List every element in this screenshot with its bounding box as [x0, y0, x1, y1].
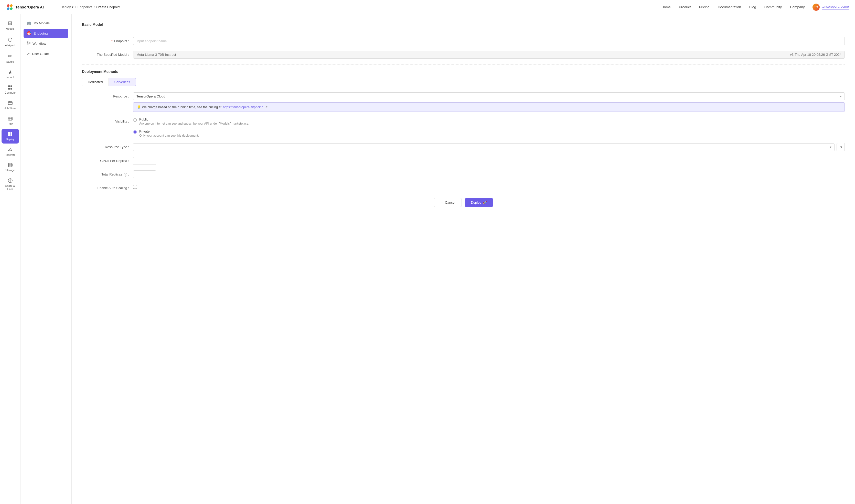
sidebar-label-studio: Studio	[6, 60, 14, 64]
refresh-button[interactable]: ↻	[837, 143, 845, 151]
studio-icon: ✏	[8, 53, 12, 59]
sidebar-label-ai-agent: AI Agent	[5, 44, 15, 47]
visibility-public-sublabel: Anyone on internet can see and subscribe…	[139, 122, 249, 125]
logo-icon	[6, 4, 13, 11]
deployment-methods-title: Deployment Methods	[82, 70, 845, 74]
total-replicas-row: Total Replicas ? :	[82, 170, 845, 178]
svg-rect-10	[8, 132, 10, 134]
svg-rect-13	[11, 134, 12, 136]
main-content: Basic Model * Endpoint : The Specified M…	[72, 14, 855, 504]
user-name: tensoropera-demo	[822, 5, 849, 10]
sidebar-label-federate: Federate	[5, 153, 15, 157]
sidebar-label-share-earn: Share & Earn	[4, 184, 17, 191]
deploy-rocket-icon: 🚀	[483, 201, 487, 204]
endpoint-input-wrapper	[133, 37, 845, 45]
sec-sidebar-workflow-label: Workflow	[33, 42, 46, 46]
endpoint-input[interactable]	[133, 37, 845, 45]
pricing-link[interactable]: https://tensoropera.ai/pricing	[223, 105, 263, 109]
visibility-label: Visibility :	[82, 118, 133, 123]
breadcrumb-deploy[interactable]: Deploy ▾	[60, 5, 73, 9]
nav-links: Home Product Pricing Documentation Blog …	[658, 3, 808, 11]
breadcrumb-endpoints[interactable]: Endpoints	[77, 5, 92, 9]
svg-rect-20	[27, 44, 28, 45]
svg-rect-11	[11, 132, 12, 134]
share-earn-icon	[8, 178, 13, 183]
user-menu[interactable]: TO tensoropera-demo	[813, 4, 849, 11]
resource-type-select[interactable]	[133, 143, 835, 151]
nav-product[interactable]: Product	[675, 3, 695, 11]
sidebar-item-models[interactable]: ⊞ Models	[2, 17, 19, 33]
tab-dedicated[interactable]: Dedicated	[82, 78, 109, 86]
sec-sidebar-user-guide[interactable]: ↗ User Guide	[23, 49, 68, 58]
tab-serverless[interactable]: Serverless	[109, 78, 136, 86]
sidebar-item-ai-agent[interactable]: ⬡ AI Agent	[2, 34, 19, 50]
sidebar-label-deploy: Deploy	[6, 138, 14, 141]
deploy-button[interactable]: Deploy 🚀	[465, 198, 493, 207]
sidebar-item-studio[interactable]: ✏ Studio	[2, 50, 19, 66]
sidebar-item-federate[interactable]: Federate	[2, 145, 19, 159]
resource-select[interactable]: TensorOpera Cloud	[133, 92, 845, 100]
svg-rect-5	[11, 86, 12, 87]
sec-sidebar-my-models[interactable]: 🤖 My Models	[23, 18, 68, 28]
resource-type-label: Resource Type :	[82, 143, 133, 149]
primary-sidebar: ⊞ Models ⬡ AI Agent ✏ Studio Launch Comp…	[0, 14, 20, 504]
svg-rect-4	[8, 86, 10, 87]
svg-point-2	[7, 7, 10, 10]
user-guide-icon: ↗	[27, 51, 30, 56]
cancel-button[interactable]: ← Cancel	[434, 198, 461, 207]
gpus-per-replica-label: GPUs Per Replica :	[82, 157, 133, 163]
svg-point-14	[10, 148, 11, 149]
sidebar-label-job-store: Job Store	[4, 107, 16, 110]
gpus-per-replica-input[interactable]	[133, 157, 156, 165]
visibility-private-radio[interactable]	[133, 130, 137, 134]
sidebar-item-deploy[interactable]: Deploy	[2, 129, 19, 144]
svg-rect-21	[29, 42, 30, 43]
endpoints-icon: 🎯	[27, 31, 32, 36]
breadcrumb-current: Create Endpoint	[96, 5, 120, 9]
sidebar-label-storage: Storage	[5, 168, 15, 172]
nav-pricing[interactable]: Pricing	[696, 3, 713, 11]
launch-icon	[8, 70, 13, 75]
deployment-tabs: Dedicated Serverless	[82, 78, 845, 86]
sidebar-item-storage[interactable]: Storage	[2, 160, 19, 175]
resource-control: TensorOpera Cloud ▼ 💡 We charge based on…	[133, 92, 845, 112]
pricing-info-box: 💡 We charge based on the running time, s…	[133, 102, 845, 112]
section-divider-top	[82, 32, 845, 32]
logo-text: TensorOpera AI	[15, 5, 44, 9]
main-layout: ⊞ Models ⬡ AI Agent ✏ Studio Launch Comp…	[0, 14, 855, 504]
logo[interactable]: TensorOpera AI	[6, 4, 52, 11]
sidebar-item-launch[interactable]: Launch	[2, 67, 19, 82]
storage-icon	[8, 162, 13, 167]
nav-blog[interactable]: Blog	[746, 3, 760, 11]
ai-agent-icon: ⬡	[8, 37, 12, 43]
models-icon: ⊞	[8, 20, 12, 26]
federate-icon	[8, 147, 13, 152]
resource-label: Resource :	[82, 92, 133, 98]
sidebar-item-job-store[interactable]: Job Store	[2, 98, 19, 112]
nav-home[interactable]: Home	[658, 3, 674, 11]
sidebar-label-models: Models	[6, 27, 15, 31]
nav-company[interactable]: Company	[786, 3, 808, 11]
nav-documentation[interactable]: Documentation	[714, 3, 745, 11]
svg-rect-19	[27, 41, 28, 42]
sec-sidebar-endpoints[interactable]: 🎯 Endpoints	[23, 29, 68, 38]
resource-type-row: Resource Type : ▼ ↻	[82, 143, 845, 151]
sidebar-label-train: Train	[7, 122, 13, 126]
total-replicas-input[interactable]	[133, 170, 156, 178]
workflow-icon	[27, 41, 31, 46]
auto-scaling-label: Enable Auto Scaling :	[82, 184, 133, 190]
resource-row: Resource : TensorOpera Cloud ▼ 💡 We char…	[82, 92, 845, 112]
total-replicas-help-icon: ?	[124, 173, 127, 177]
nav-community[interactable]: Community	[761, 3, 785, 11]
visibility-private-option: Private Only your account can see this d…	[133, 129, 845, 138]
sidebar-item-compute[interactable]: Compute	[2, 83, 19, 97]
auto-scaling-checkbox[interactable]	[133, 185, 137, 189]
visibility-public-radio[interactable]	[133, 118, 137, 122]
sidebar-item-share-earn[interactable]: Share & Earn	[2, 176, 19, 193]
visibility-row: Visibility : Public Anyone on internet c…	[82, 118, 845, 138]
sec-sidebar-workflow[interactable]: Workflow	[23, 39, 68, 48]
auto-scaling-control	[133, 184, 845, 190]
my-models-icon: 🤖	[27, 21, 32, 25]
sidebar-item-train[interactable]: Train	[2, 113, 19, 128]
gpus-per-replica-row: GPUs Per Replica :	[82, 157, 845, 165]
